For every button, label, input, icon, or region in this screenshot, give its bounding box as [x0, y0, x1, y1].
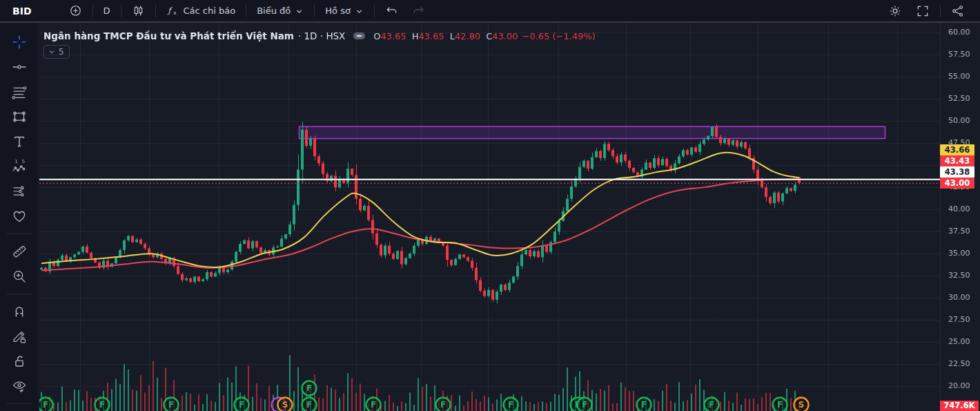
ohlc-values: O43.65H43.65L42.80C43.00	[373, 31, 518, 41]
toolbar-separator	[0, 21, 980, 23]
share-button[interactable]	[944, 4, 972, 18]
top-toolbar-left: BID DƒxCác chỉ báoBiểu đồHồ sơ	[0, 0, 432, 21]
zoom-in-tool[interactable]	[8, 267, 31, 286]
last-price-value: 43.00	[940, 178, 974, 189]
toolbar-separator	[374, 5, 375, 17]
hline-value: 43.38	[940, 166, 974, 178]
minus-icon	[357, 35, 362, 37]
fullscreen-icon	[916, 4, 930, 18]
ohlc-c: C43.00	[486, 31, 518, 41]
ohlc-h: H43.65	[412, 31, 444, 41]
chart-menu-button-label: Biểu đồ	[257, 6, 291, 16]
elliott-wave-icon: 15	[10, 157, 28, 175]
price-tick: 32.50	[940, 270, 980, 281]
rectangle-icon	[10, 108, 28, 126]
ruler-icon	[10, 242, 28, 260]
symbol-meta[interactable]: · 1D · HSX	[298, 30, 345, 41]
heart-icon	[10, 207, 28, 225]
price-tick: 50.00	[940, 115, 980, 126]
price-tick: 35.00	[940, 248, 980, 259]
drawing-toolbar: 15	[0, 23, 39, 411]
price-tick: 22.50	[940, 359, 980, 370]
text-tool[interactable]	[8, 132, 31, 151]
top-toolbar: BID DƒxCác chỉ báoBiểu đồHồ sơ	[0, 0, 980, 21]
price-tick: 30.00	[940, 292, 980, 303]
indicator-count: 5	[59, 47, 64, 57]
symbol-button[interactable]: BID	[12, 6, 32, 17]
elliott-wave-tool[interactable]: 15	[8, 157, 31, 176]
shapes-tool[interactable]	[8, 107, 31, 126]
chart-menu-button[interactable]: Biểu đồ	[250, 0, 311, 21]
ruler-tool[interactable]	[8, 242, 31, 261]
toolbar-separator	[246, 5, 246, 17]
price-tick: 37.50	[940, 226, 980, 237]
price-tick: 60.00	[940, 27, 980, 38]
text-icon	[10, 133, 28, 151]
svg-text:5: 5	[21, 159, 24, 164]
chevron-down-icon	[355, 6, 364, 16]
fx-icon: ƒx	[166, 4, 179, 17]
drawing-mode-tool[interactable]	[8, 327, 31, 346]
indicators-button-label: Các chỉ báo	[184, 6, 236, 16]
magnet-icon	[10, 303, 28, 321]
toolbar-separator	[155, 5, 156, 17]
prediction-tool[interactable]	[8, 182, 31, 201]
price-chart-canvas[interactable]	[39, 23, 940, 411]
ohlc-o: O43.65	[373, 31, 406, 41]
toolbar-divider	[7, 403, 32, 404]
zoom-in-icon	[10, 267, 28, 285]
trading-app: BID DƒxCác chỉ báoBiểu đồHồ sơ 15 Ngân h…	[0, 0, 980, 411]
profile-menu-button[interactable]: Hồ sơ	[318, 0, 371, 21]
indicators-button[interactable]: ƒxCác chỉ báo	[159, 0, 243, 21]
toolbar-separator	[92, 5, 93, 17]
ohlc-l: L42.80	[450, 31, 480, 41]
indicators-collapse-button[interactable]: 5	[43, 45, 70, 59]
lock-drawings-tool[interactable]	[8, 352, 31, 371]
gear-icon	[888, 4, 902, 18]
compare-add-button[interactable]	[62, 0, 89, 21]
toolbar-separator	[940, 5, 941, 17]
price-tick: 27.50	[940, 314, 980, 325]
price-tick: 55.00	[940, 71, 980, 82]
candles-icon	[132, 4, 145, 17]
interval-button[interactable]: D	[97, 0, 117, 21]
svg-text:1: 1	[14, 159, 17, 164]
fullscreen-button[interactable]	[909, 4, 937, 18]
price-tick: 52.50	[940, 93, 980, 104]
hide-series-icon[interactable]	[353, 32, 365, 39]
svg-text:ƒ: ƒ	[166, 6, 173, 15]
chevron-down-icon	[295, 6, 304, 16]
ma-fast-value: 43.66	[940, 144, 974, 155]
plus-circle-icon	[69, 4, 82, 17]
chart-style-button[interactable]	[125, 0, 152, 21]
ma-slow-value: 43.43	[940, 155, 974, 166]
fib-lines-icon	[10, 83, 28, 101]
toolbar-separator	[314, 5, 315, 17]
price-tick: 40.00	[940, 204, 980, 215]
price-tick: 20.00	[940, 381, 980, 392]
crosshair-tool[interactable]	[8, 32, 31, 52]
symbol-description[interactable]: Ngân hàng TMCP Đầu tư và Phát triển Việt…	[43, 30, 294, 41]
price-change: −0.65 (−1.49%)	[522, 31, 596, 41]
volume-value-label: 747.6K	[940, 401, 979, 411]
share-icon	[951, 4, 965, 18]
emoji-tool[interactable]	[8, 207, 31, 226]
trend-line-icon	[10, 58, 28, 76]
toolbar-separator	[121, 5, 121, 17]
price-tick: 25.00	[940, 336, 980, 347]
trend-line-tool[interactable]	[8, 57, 31, 77]
eye-icon	[10, 377, 28, 395]
lock-icon	[10, 352, 28, 370]
undo-icon	[385, 4, 398, 17]
toolbar-divider	[7, 233, 32, 234]
interval-button-label: D	[104, 6, 110, 16]
toolbar-divider	[7, 294, 32, 294]
magnet-tool[interactable]	[8, 302, 31, 321]
fib-retracement-tool[interactable]	[8, 82, 31, 102]
undo-button[interactable]	[378, 0, 405, 21]
svg-text:x: x	[173, 10, 176, 16]
redo-button[interactable]	[405, 0, 432, 21]
settings-button[interactable]	[881, 4, 909, 18]
hide-drawings-tool[interactable]	[8, 376, 31, 396]
pencil-lock-icon	[10, 327, 28, 345]
